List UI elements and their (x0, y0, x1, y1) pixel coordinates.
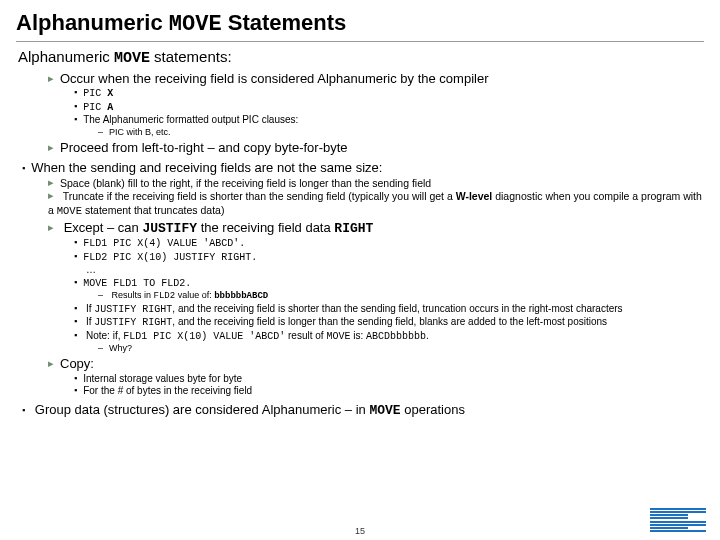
note-line: Note: if, FLD1 PIC X(10) VALUE 'ABCD' re… (74, 330, 704, 344)
subtitle: Alphanumeric MOVE statements: (18, 48, 704, 67)
dots-text: … (86, 264, 96, 275)
result-b: value of: (175, 290, 214, 300)
except-mid: the receiving field data (197, 220, 334, 235)
subtitle-post: statements: (150, 48, 232, 65)
space-text: Space (blank) fill to the right, if the … (60, 177, 431, 189)
jr-long-code: JUSTIFY RIGHT (94, 317, 172, 328)
title-post: Statements (222, 10, 347, 35)
jr-short-code: JUSTIFY RIGHT (94, 304, 172, 315)
notsame-heading-text: When the sending and receiving fields ar… (31, 160, 382, 175)
copy-a-text: Internal storage values byte for byte (83, 373, 242, 384)
why-text: Why? (109, 343, 132, 353)
note-code3: ABCDbbbbbb (366, 331, 426, 342)
note-c: is: (350, 330, 366, 341)
fld1-line: FLD1 PIC X(4) VALUE 'ABCD'. (74, 237, 704, 251)
trunc-a: Truncate if the receiving field is short… (63, 190, 456, 202)
title-pre: Alphanumeric (16, 10, 169, 35)
trunc-d: statement that truncates data) (82, 204, 224, 216)
fld1-text: FLD1 PIC X(4) VALUE 'ABCD'. (83, 238, 245, 249)
note-code1: FLD1 PIC X(10) VALUE 'ABCD' (123, 331, 285, 342)
ibm-logo (650, 508, 706, 532)
subtitle-code: MOVE (114, 50, 150, 67)
move-line: MOVE FLD1 TO FLD2. (74, 277, 704, 291)
picx-line: PIC X (74, 87, 704, 101)
except-line: Except – can JUSTIFY the receiving field… (48, 220, 704, 237)
fmt-sub-text: PIC with B, etc. (109, 127, 171, 137)
page-number: 15 (0, 526, 720, 536)
pica-line: PIC A (74, 101, 704, 115)
fld2-text: FLD2 PIC X(10) JUSTIFY RIGHT. (83, 252, 257, 263)
title-rule (16, 41, 704, 42)
fld2-line: FLD2 PIC X(10) JUSTIFY RIGHT. (74, 251, 704, 265)
subtitle-pre: Alphanumeric (18, 48, 114, 65)
except-code: JUSTIFY (142, 221, 197, 236)
jr-short-b: , and the receiving field is shorter tha… (172, 303, 622, 314)
note-a: Note: if, (86, 330, 123, 341)
fmt-sub-line: PIC with B, etc. (98, 127, 704, 138)
note-code2: MOVE (326, 331, 350, 342)
group-a: Group data (structures) are considered A… (35, 402, 370, 417)
copy-b-line: For the # of bytes in the receiving fiel… (74, 385, 704, 398)
page-title: Alphanumeric MOVE Statements (16, 10, 704, 37)
fmt-text: The Alphanumeric formatted output PIC cl… (83, 114, 298, 125)
occur-line: Occur when the receiving field is consid… (48, 71, 704, 87)
move-text: MOVE FLD1 TO FLD2. (83, 278, 191, 289)
proceed-line: Proceed from left-to-right – and copy by… (48, 140, 704, 156)
result-code: FLD2 (154, 291, 176, 301)
slide: Alphanumeric MOVE Statements Alphanumeri… (0, 0, 720, 540)
group-line: Group data (structures) are considered A… (22, 402, 704, 419)
result-a: Results in (112, 290, 154, 300)
group-code: MOVE (369, 403, 400, 418)
copy-heading: Copy: (48, 356, 704, 372)
jr-long-line: If JUSTIFY RIGHT, and the receiving fiel… (74, 316, 704, 330)
trunc-b: W-level (456, 190, 493, 202)
fmt-line: The Alphanumeric formatted output PIC cl… (74, 114, 704, 127)
picx-b: X (107, 88, 113, 99)
occur-text: Occur when the receiving field is consid… (60, 71, 489, 86)
copy-a-line: Internal storage values byte for byte (74, 373, 704, 386)
result-line: Results in FLD2 value of: bbbbbbABCD (98, 290, 704, 302)
pica-b: A (107, 102, 113, 113)
copy-heading-text: Copy: (60, 356, 94, 371)
why-line: Why? (98, 343, 704, 354)
trunc-line: Truncate if the receiving field is short… (48, 190, 704, 218)
pica-pre: PIC (83, 102, 107, 113)
except-code2: RIGHT (334, 221, 373, 236)
jr-short-line: If JUSTIFY RIGHT, and the receiving fiel… (74, 303, 704, 317)
note-b: result of (285, 330, 326, 341)
trunc-code: MOVE (57, 205, 82, 217)
space-line: Space (blank) fill to the right, if the … (48, 177, 704, 191)
content-list: Occur when the receiving field is consid… (16, 71, 704, 419)
result-val: bbbbbbABCD (214, 291, 268, 301)
title-code: MOVE (169, 12, 222, 37)
proceed-text: Proceed from left-to-right – and copy by… (60, 140, 348, 155)
picx-pre: PIC (83, 88, 107, 99)
except-pre: Except – can (64, 220, 143, 235)
jr-long-b: , and the receiving field is longer than… (172, 316, 607, 327)
group-b: operations (401, 402, 465, 417)
note-dot: . (426, 330, 429, 341)
notsame-heading: When the sending and receiving fields ar… (22, 160, 704, 176)
copy-b-text: For the # of bytes in the receiving fiel… (83, 385, 252, 396)
dots-line: … (86, 264, 704, 277)
